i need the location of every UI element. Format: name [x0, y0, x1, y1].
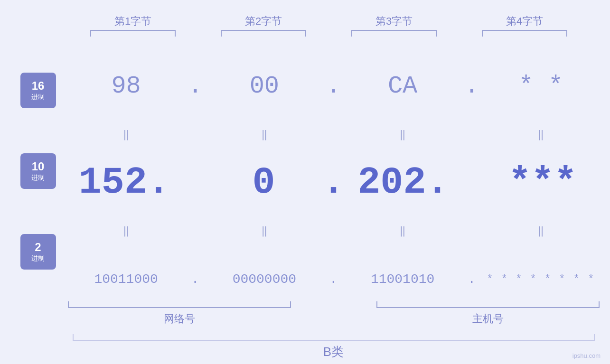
dec-v3: 202. — [357, 161, 449, 204]
dec-dot2: . — [322, 161, 346, 204]
network-bracket-wrap: 网络号 — [68, 301, 291, 326]
header-row: 第1字节 第2字节 第3字节 第4字节 — [68, 14, 590, 28]
bin-dot2: . — [324, 272, 343, 287]
hex-label-badge: 16 进制 — [20, 73, 56, 108]
hex-v3: CA — [388, 72, 417, 100]
equals-row-1: ‖ ‖ ‖ ‖ — [66, 127, 601, 141]
eq2-c1: ‖ — [66, 224, 186, 237]
hex-dot1: . — [186, 72, 205, 100]
eq1-c3: ‖ — [343, 128, 462, 141]
col2-header: 第2字节 — [198, 14, 329, 28]
hex-dot3: . — [462, 72, 481, 100]
top-bracket-row — [68, 28, 590, 38]
equals-row-2: ‖ ‖ ‖ ‖ — [66, 224, 601, 238]
eq1-c1: ‖ — [66, 128, 186, 141]
hex-data-row: 98 . 00 . CA . * * — [66, 45, 601, 127]
eq1-c4: ‖ — [481, 128, 601, 141]
bin-v3: 11001010 — [371, 272, 434, 287]
bin-dot3: . — [462, 272, 481, 287]
dec-v2: 0 — [253, 161, 275, 204]
hex-dot2: . — [324, 72, 343, 100]
dec-data-row: 152. 0 . 202. *** — [66, 141, 601, 224]
labels-column: 16 进制 10 进制 2 进制 — [0, 45, 66, 320]
host-label: 主机号 — [472, 312, 504, 326]
bin-v2: 00000000 — [233, 272, 296, 287]
watermark: ipshu.com — [572, 352, 601, 359]
hex-v2: 00 — [250, 72, 279, 100]
bin-label-badge: 2 进制 — [20, 234, 56, 270]
eq2-c4: ‖ — [481, 224, 601, 237]
bin-dot1: . — [186, 272, 205, 287]
class-label: B类 — [323, 344, 344, 360]
hex-v1: 98 — [111, 72, 141, 100]
col4-header: 第4字节 — [460, 14, 590, 28]
class-bracket — [73, 334, 595, 341]
col3-header: 第3字节 — [329, 14, 460, 28]
bottom-brackets: 网络号 主机号 — [68, 301, 600, 326]
host-bracket — [376, 301, 600, 308]
dec-label-badge: 10 进制 — [20, 153, 56, 189]
bottom-section: 网络号 主机号 — [66, 301, 601, 326]
host-bracket-wrap: 主机号 — [376, 301, 600, 326]
dec-v1: 152. — [79, 161, 170, 204]
class-section: B类 — [66, 334, 601, 360]
hex-v4: * * — [519, 72, 563, 100]
eq1-c2: ‖ — [205, 128, 324, 141]
network-bracket — [68, 301, 291, 308]
network-label: 网络号 — [164, 312, 195, 326]
bin-v4: * * * * * * * * — [487, 273, 595, 285]
bin-v1: 10011000 — [94, 272, 158, 287]
dec-v4: *** — [508, 161, 577, 204]
eq2-c2: ‖ — [205, 224, 324, 237]
eq2-c3: ‖ — [343, 224, 462, 237]
col1-header: 第1字节 — [68, 14, 198, 28]
